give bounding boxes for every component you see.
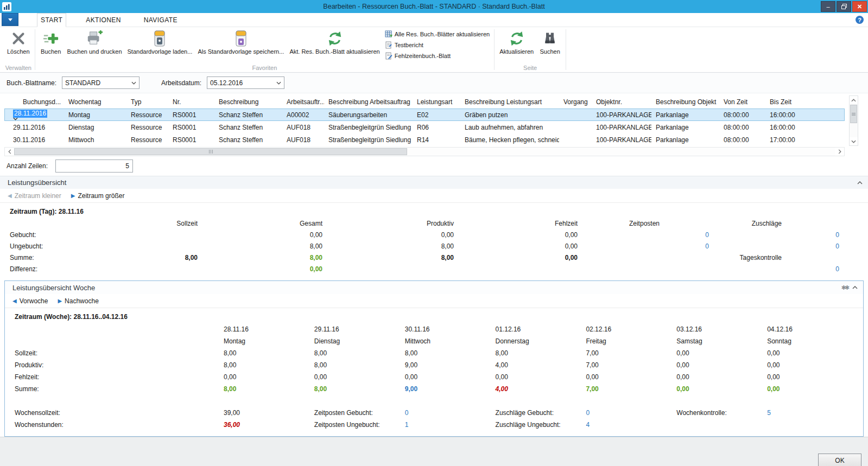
week-date: 30.11.16: [405, 323, 496, 335]
app-menu-button[interactable]: [2, 13, 18, 26]
wochenkontrolle-value[interactable]: 5: [767, 407, 858, 419]
scroll-left-button[interactable]: [5, 148, 14, 156]
week-date: 29.11.16: [314, 323, 405, 335]
row-label-ungebucht: Ungebucht:: [10, 241, 91, 252]
table-row[interactable]: 30.11.2016 Mittwoch Ressource RS0001 Sch…: [4, 133, 845, 146]
drilldown-link[interactable]: 0: [711, 241, 841, 252]
zeitraum-groesser-link[interactable]: ▶ Zeitraum größer: [71, 192, 125, 200]
week-date: 04.12.16: [767, 323, 858, 335]
tab-navigate[interactable]: NAVIGATE: [141, 13, 181, 27]
scrollbar-thumb[interactable]: [850, 105, 857, 123]
day-section-header[interactable]: Leistungsübersicht: [0, 176, 868, 189]
restore-button[interactable]: [837, 1, 851, 12]
week-day: Mittwoch: [405, 335, 496, 347]
help-icon[interactable]: ?: [856, 16, 864, 24]
week-day: Freitag: [586, 335, 676, 347]
day-overview-table: Sollzeit Gesamt Produktiv Fehlzeit Zeitp…: [0, 218, 868, 279]
batch-name-label: Buch.-Blattname:: [7, 79, 56, 87]
arrow-left-icon: ◀: [12, 298, 17, 304]
tab-start[interactable]: START: [37, 13, 66, 27]
zuschlaege-ungebucht-label: Zuschläge Ungebucht:: [496, 419, 586, 431]
work-date-label: Arbeitsdatum:: [161, 79, 201, 87]
chevron-down-icon: [8, 18, 12, 21]
arrow-right-icon: ▶: [58, 298, 62, 304]
vorlage-laden-button[interactable]: Standardvorlage laden...: [125, 28, 195, 55]
drilldown-link[interactable]: 0: [580, 229, 711, 241]
table-row[interactable]: 28.11.2016 Montag Ressource RS0001 Schan…: [4, 108, 845, 121]
scrollbar-thumb[interactable]: [14, 148, 407, 155]
delete-x-icon: [10, 29, 27, 48]
horizontal-scrollbar[interactable]: [4, 147, 845, 156]
row-label-produktiv: Produktiv:: [15, 359, 224, 371]
scroll-up-button[interactable]: [850, 96, 858, 104]
zeitraum-kleiner-link[interactable]: ◀ Zeitraum kleiner: [8, 192, 61, 200]
tageskontrolle-value[interactable]: 0: [711, 264, 841, 275]
week-date: 03.12.16: [676, 323, 767, 335]
ribbon: Löschen Verwalten Buchen: [0, 27, 868, 73]
buchen-drucken-button[interactable]: Buchen und drucken: [65, 28, 125, 55]
table-row[interactable]: 29.11.2016 Dienstag Ressource RS0001 Sch…: [4, 121, 845, 133]
work-date-select[interactable]: 05.12.2016: [207, 76, 284, 89]
day-nav-row: ◀ Zeitraum kleiner ▶ Zeitraum größer: [0, 189, 868, 203]
wochensollzeit-value: 39,00: [224, 407, 314, 419]
scroll-right-button[interactable]: [835, 148, 844, 156]
zeitposten-ungebucht-label: Zeitposten Ungebucht:: [314, 419, 405, 431]
day-overview-section: Leistungsübersicht ◀ Zeitraum kleiner ▶ …: [0, 176, 868, 279]
journal-grid: Buchungsd... Wochentag Typ Nr. Beschreib…: [4, 95, 861, 156]
vorwoche-link[interactable]: ◀ Vorwoche: [12, 297, 48, 305]
chevron-down-icon: [131, 81, 136, 85]
row-label-gebucht: Gebucht:: [10, 229, 91, 241]
vertical-scrollbar[interactable]: [849, 95, 858, 146]
zuschlaege-ungebucht-value[interactable]: 4: [586, 419, 676, 431]
tab-aktionen[interactable]: AKTIONEN: [83, 13, 124, 27]
testbericht-button[interactable]: Testbericht: [385, 41, 490, 49]
chevron-down-icon: [276, 81, 281, 85]
week-overview-section: Leistungsübersicht Woche ✱✱ ◀ Vorwoche ▶…: [4, 280, 864, 437]
template-save-icon: [235, 29, 247, 48]
arrow-left-icon: ◀: [8, 193, 12, 199]
settings-gears-icon[interactable]: ✱✱: [841, 284, 848, 291]
titlebar: Bearbeiten - Ressourcen Buch.-Blatt - ST…: [0, 0, 868, 13]
zuschlaege-gebucht-value[interactable]: 0: [586, 407, 676, 419]
line-count-input[interactable]: 5: [55, 159, 133, 173]
scroll-down-button[interactable]: [850, 137, 858, 145]
day-period-label: Zeitraum (Tag): 28.11.16: [0, 203, 868, 218]
alle-res-aktualisieren-button[interactable]: Alle Res. Buch.-Blätter aktualisieren: [385, 30, 490, 38]
wochenstunden-value: 36,00: [224, 419, 314, 431]
week-day: Dienstag: [314, 335, 405, 347]
zeitposten-ungebucht-value[interactable]: 1: [405, 419, 496, 431]
week-date: 02.12.16: [586, 323, 676, 335]
minimize-button[interactable]: –: [821, 1, 835, 12]
filter-bar: Buch.-Blattname: STANDARD Arbeitsdatum: …: [0, 73, 868, 93]
post-plus-icon: [43, 29, 59, 48]
week-section-header[interactable]: Leistungsübersicht Woche ✱✱: [5, 281, 863, 294]
col-header-zuschlaege: Zuschläge: [711, 218, 841, 229]
buchen-button[interactable]: Buchen: [37, 28, 65, 55]
zuschlaege-gebucht-label: Zuschläge Gebucht:: [496, 407, 586, 419]
drilldown-link[interactable]: 0: [711, 229, 841, 241]
chevron-up-icon[interactable]: [852, 286, 858, 289]
printer-plus-icon: [86, 29, 103, 48]
chevron-up-icon[interactable]: [857, 181, 863, 184]
week-day: Sonntag: [767, 335, 858, 347]
ok-button[interactable]: OK: [818, 454, 861, 466]
fehlzeiten-blatt-button[interactable]: Fehlzeitenbuch.-Blatt: [385, 52, 490, 60]
close-button[interactable]: ✕: [852, 1, 867, 12]
grid-header-row: Buchungsd... Wochentag Typ Nr. Beschreib…: [4, 95, 845, 108]
nachwoche-link[interactable]: ▶ Nachwoche: [58, 297, 98, 305]
aktualisieren-button[interactable]: Aktualisieren: [497, 28, 536, 55]
posting-date-cell[interactable]: 28.11.2016: [4, 110, 64, 120]
drilldown-link[interactable]: 0: [580, 241, 711, 252]
batch-name-select[interactable]: STANDARD: [62, 76, 140, 89]
report-icon: [385, 41, 392, 49]
table-refresh-icon: [385, 30, 392, 38]
week-day: Montag: [224, 335, 314, 347]
line-count-label: Anzahl Zeilen:: [7, 162, 48, 170]
loeschen-button[interactable]: Löschen: [4, 28, 33, 55]
week-day: Donnerstag: [496, 335, 586, 347]
suchen-button[interactable]: Suchen: [536, 28, 563, 55]
refresh-icon: [509, 29, 525, 48]
zeitposten-gebucht-value[interactable]: 0: [405, 407, 496, 419]
vorlage-speichern-button[interactable]: Als Standardvorlage speichern...: [195, 28, 287, 55]
akt-res-aktualisieren-button[interactable]: Akt. Res. Buch.-Blatt aktualisieren: [287, 28, 382, 55]
